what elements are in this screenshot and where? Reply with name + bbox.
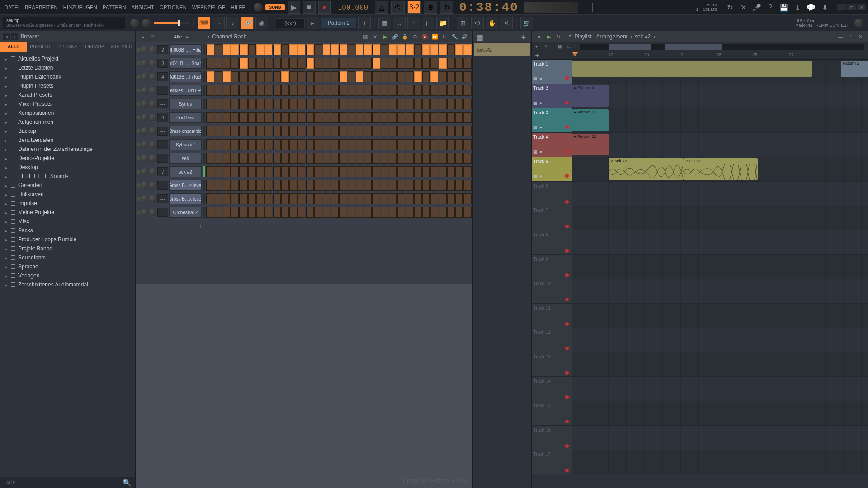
- menu-ansicht[interactable]: ANSICHT: [129, 5, 157, 10]
- step-cell[interactable]: [231, 193, 239, 204]
- midi-button[interactable]: ◉: [255, 17, 268, 29]
- step-cell[interactable]: [281, 193, 289, 204]
- pl-play-icon[interactable]: ▶: [545, 33, 553, 41]
- shop-button[interactable]: 🛒: [520, 17, 533, 29]
- step-cell[interactable]: [206, 126, 214, 136]
- step-cell[interactable]: [264, 139, 272, 150]
- step-cell[interactable]: [364, 85, 372, 96]
- step-cell[interactable]: [248, 166, 256, 177]
- tree-item[interactable]: Impulse: [0, 199, 135, 208]
- step-cell[interactable]: [406, 112, 414, 123]
- channel-route[interactable]: ---: [157, 140, 168, 149]
- tree-item[interactable]: Gerendert: [0, 181, 135, 190]
- step-cell[interactable]: [463, 193, 471, 204]
- step-cell[interactable]: [463, 44, 471, 55]
- step-cell[interactable]: [289, 207, 297, 218]
- step-cell[interactable]: [289, 153, 297, 164]
- step-cell[interactable]: [389, 166, 396, 177]
- step-edit-button[interactable]: →: [212, 17, 225, 29]
- track-header[interactable]: Track 10: [532, 279, 572, 303]
- step-cell[interactable]: [439, 85, 447, 96]
- step-cell[interactable]: [289, 166, 297, 177]
- track-lane[interactable]: [572, 450, 868, 474]
- channel-mute-led[interactable]: [137, 183, 140, 187]
- step-cell[interactable]: [364, 166, 372, 177]
- channel-select[interactable]: [203, 193, 205, 204]
- channel-route[interactable]: ---: [157, 86, 168, 95]
- step-cell[interactable]: [273, 58, 281, 69]
- step-cell[interactable]: [264, 99, 272, 109]
- step-cell[interactable]: [414, 112, 422, 123]
- step-cell[interactable]: [239, 153, 247, 164]
- tree-item[interactable]: Aufgenommen: [0, 117, 135, 127]
- step-cell[interactable]: [231, 44, 239, 55]
- channel-name-button[interactable]: Bd016B…Fi Kick: [169, 71, 202, 82]
- step-cell[interactable]: [389, 139, 396, 150]
- step-cell[interactable]: [455, 44, 463, 55]
- step-cell[interactable]: [397, 99, 405, 109]
- step-cell[interactable]: [364, 112, 372, 123]
- step-cell[interactable]: [339, 180, 347, 191]
- snap-next-button[interactable]: ▸: [307, 17, 319, 29]
- step-cell[interactable]: [264, 58, 272, 69]
- step-cell[interactable]: [206, 193, 214, 204]
- step-cell[interactable]: [364, 58, 372, 69]
- step-cell[interactable]: [439, 99, 447, 109]
- tree-item[interactable]: Letzte Dateien: [0, 63, 135, 72]
- step-cell[interactable]: [406, 180, 414, 191]
- step-cell[interactable]: [381, 44, 388, 55]
- step-cell[interactable]: [314, 58, 322, 69]
- step-cell[interactable]: [264, 166, 272, 177]
- step-cell[interactable]: [414, 139, 422, 150]
- step-cell[interactable]: [281, 207, 289, 218]
- step-cell[interactable]: [389, 112, 396, 123]
- track-solo-icon[interactable]: ●: [540, 125, 545, 131]
- channel-route[interactable]: 3: [157, 59, 168, 68]
- track-lane[interactable]: [572, 230, 868, 254]
- step-cell[interactable]: [406, 99, 414, 109]
- step-cell[interactable]: [463, 58, 471, 69]
- step-cell[interactable]: [289, 99, 297, 109]
- track-lane[interactable]: [572, 182, 868, 206]
- cr-close-icon[interactable]: ✕: [371, 33, 379, 41]
- step-cell[interactable]: [348, 99, 355, 109]
- track-rec-dot[interactable]: [565, 395, 569, 399]
- step-cell[interactable]: [447, 126, 455, 136]
- record-button[interactable]: ●: [318, 1, 331, 14]
- step-cell[interactable]: [323, 112, 330, 123]
- track-rec-dot[interactable]: [565, 347, 569, 350]
- channel-route[interactable]: ---: [157, 99, 168, 108]
- track-lane[interactable]: ↗ sek #2↗ sek #2: [572, 157, 868, 181]
- tree-item[interactable]: Backup: [0, 127, 135, 136]
- step-cell[interactable]: [455, 85, 463, 96]
- step-cell[interactable]: [297, 112, 305, 123]
- step-cell[interactable]: [306, 58, 314, 69]
- browser-fwd-button[interactable]: ▸: [11, 33, 18, 40]
- step-cell[interactable]: [256, 153, 264, 164]
- step-cell[interactable]: [406, 166, 414, 177]
- step-cell[interactable]: [455, 207, 463, 218]
- track-lane[interactable]: Pattern 2: [572, 60, 868, 84]
- step-cell[interactable]: [306, 126, 314, 136]
- step-cell[interactable]: [314, 85, 322, 96]
- step-cell[interactable]: [297, 58, 305, 69]
- step-cell[interactable]: [281, 85, 289, 96]
- step-cell[interactable]: [397, 180, 405, 191]
- close-button[interactable]: ✕: [857, 4, 866, 10]
- step-cell[interactable]: [264, 126, 272, 136]
- wait-input-button[interactable]: ⏱: [391, 1, 405, 14]
- step-cell[interactable]: [397, 126, 405, 136]
- step-cell[interactable]: [356, 112, 363, 123]
- tempo-button[interactable]: ⏲: [471, 17, 484, 29]
- step-cell[interactable]: [406, 193, 414, 204]
- track-rec-dot[interactable]: [565, 371, 569, 375]
- channel-rack-button[interactable]: ≡: [407, 17, 420, 29]
- step-cell[interactable]: [339, 85, 347, 96]
- channel-name-button[interactable]: Sytrus: [169, 99, 202, 109]
- cr-play-icon[interactable]: ▶: [381, 33, 389, 41]
- step-cell[interactable]: [223, 44, 231, 55]
- step-cell[interactable]: [414, 126, 422, 136]
- step-cell[interactable]: [281, 180, 289, 191]
- channel-select[interactable]: [203, 166, 205, 177]
- step-cell[interactable]: [281, 71, 289, 82]
